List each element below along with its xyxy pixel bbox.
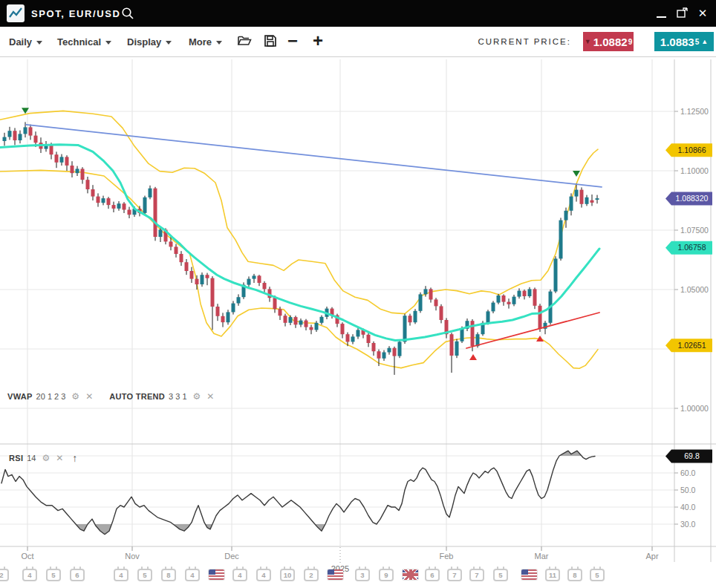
indicator-value-badge-value: 1.10866 <box>678 146 706 154</box>
candle-body <box>585 197 589 204</box>
candle-body <box>29 127 33 135</box>
close-icon[interactable]: ✕ <box>206 391 214 402</box>
candle-body <box>341 324 345 334</box>
candle-body <box>388 348 391 353</box>
calendar-day-icon[interactable]: 5 <box>46 569 61 581</box>
chevron-down-icon <box>166 41 172 45</box>
candle-body <box>81 169 85 180</box>
candle-body <box>123 203 126 209</box>
calendar-day-icon[interactable]: 3 <box>355 569 370 581</box>
calendar-day-icon[interactable]: 7 <box>447 569 462 581</box>
candle-body <box>71 166 74 173</box>
timeframe-menu[interactable]: Daily <box>9 27 42 56</box>
candle-body <box>492 303 495 312</box>
calendar-day-icon[interactable]: 11 <box>545 569 560 581</box>
search-icon[interactable] <box>121 7 134 20</box>
bid-price-box[interactable]: ▼ 1.08829 <box>583 32 634 51</box>
gear-icon[interactable]: ⚙ <box>71 391 79 402</box>
candle-body <box>346 334 350 342</box>
candle-body <box>8 131 12 137</box>
auto-trendline-resistance <box>26 125 602 187</box>
calendar-day-icon[interactable]: 4 <box>22 569 37 581</box>
month-label: Feb <box>440 552 454 561</box>
candle-body <box>429 289 433 299</box>
us-flag-icon[interactable] <box>209 569 224 580</box>
candle-body <box>393 348 397 356</box>
ask-price-box[interactable]: 1.08835 ▲ <box>654 32 714 51</box>
calendar-day-icon[interactable]: 5 <box>137 569 152 581</box>
calendar-day-icon[interactable]: 8 <box>567 569 582 581</box>
price-chart-canvas[interactable]: 1.125001.100001.075001.050001.0000060.05… <box>0 0 716 588</box>
calendar-day-icon[interactable]: 9 <box>379 569 394 581</box>
candle-body <box>398 342 402 356</box>
candle-body <box>377 351 381 359</box>
restore-window-button[interactable] <box>674 6 691 21</box>
calendar-day-icon[interactable]: 4 <box>232 569 247 581</box>
lower-band-line <box>0 170 598 368</box>
technical-menu[interactable]: Technical <box>57 27 111 56</box>
candle-body <box>320 317 324 323</box>
candle-body <box>76 169 79 173</box>
candle-body <box>279 309 282 316</box>
rsi-value-badge-value: 69.8 <box>684 451 700 460</box>
candle-body <box>538 306 542 329</box>
candle-body <box>216 307 220 316</box>
calendar-day-icon[interactable]: 4 <box>185 569 200 581</box>
candle-body <box>518 291 521 297</box>
close-icon[interactable]: ✕ <box>56 453 63 463</box>
calendar-day-icon[interactable]: 6 <box>425 569 440 581</box>
close-icon[interactable]: ✕ <box>85 391 93 402</box>
current-price-panel: CURRENT PRICE: ▼ 1.08829 1.08835 ▲ <box>478 32 714 51</box>
rsi-params: 14 <box>27 454 36 463</box>
gear-icon[interactable]: ⚙ <box>42 453 51 463</box>
window-title: SPOT, EUR/USD <box>31 0 120 27</box>
close-icon[interactable]: ✕ <box>694 4 712 23</box>
candle-body <box>351 336 355 342</box>
move-pane-up-icon[interactable]: ↑ <box>72 452 77 464</box>
calendar-day-icon[interactable]: 6 <box>70 569 85 581</box>
rsi-indicator-row: RSI 14 ⚙ ✕ ↑ <box>9 452 77 464</box>
candle-body <box>169 241 173 246</box>
minimize-button[interactable] <box>652 9 671 21</box>
us-flag-icon[interactable] <box>521 569 537 580</box>
candle-body <box>403 316 407 342</box>
calendar-day-icon[interactable]: 5 <box>493 569 508 581</box>
rsi-label: RSI <box>9 454 23 463</box>
calendar-day-icon[interactable]: 2 <box>304 569 319 581</box>
candle-body <box>206 275 209 278</box>
candle-body <box>564 211 568 220</box>
candle-body <box>502 295 506 302</box>
display-menu[interactable]: Display <box>127 27 172 56</box>
us-flag-icon[interactable] <box>328 569 343 580</box>
open-folder-icon[interactable] <box>237 34 252 50</box>
calendar-day-icon[interactable]: 4 <box>256 569 271 581</box>
candle-body <box>414 311 417 322</box>
more-menu[interactable]: More <box>189 27 222 56</box>
chevron-down-icon <box>216 41 222 45</box>
calendar-day-icon[interactable]: 7 <box>469 569 484 581</box>
uk-flag-icon[interactable] <box>403 569 418 580</box>
candle-body <box>19 134 22 140</box>
save-icon[interactable] <box>264 34 277 50</box>
current-price-label: CURRENT PRICE: <box>478 37 571 46</box>
candle-body <box>55 154 59 163</box>
zoom-out-button[interactable]: − <box>287 27 298 56</box>
candle-body <box>575 190 579 197</box>
chevron-down-icon <box>36 41 42 45</box>
rsi-axis-label: 30.0 <box>680 520 696 529</box>
calendar-day-icon[interactable]: 5 <box>590 569 605 581</box>
rsi-line <box>1 451 595 535</box>
calendar-day-icon[interactable]: 8 <box>161 569 176 581</box>
candle-body <box>507 302 511 304</box>
candle-body <box>554 258 558 291</box>
candle-body <box>310 327 313 330</box>
candle-body <box>86 180 90 189</box>
calendar-day-icon[interactable]: 10 <box>280 569 295 581</box>
arrow-down-icon: ▼ <box>585 38 591 45</box>
calendar-day-icon[interactable]: 4 <box>114 569 128 581</box>
app-logo-icon <box>7 4 25 22</box>
calendar-day-icon[interactable]: 2 <box>0 569 9 581</box>
gear-icon[interactable]: ⚙ <box>193 391 201 402</box>
zoom-in-button[interactable]: + <box>313 27 323 56</box>
candle-body <box>211 278 215 307</box>
